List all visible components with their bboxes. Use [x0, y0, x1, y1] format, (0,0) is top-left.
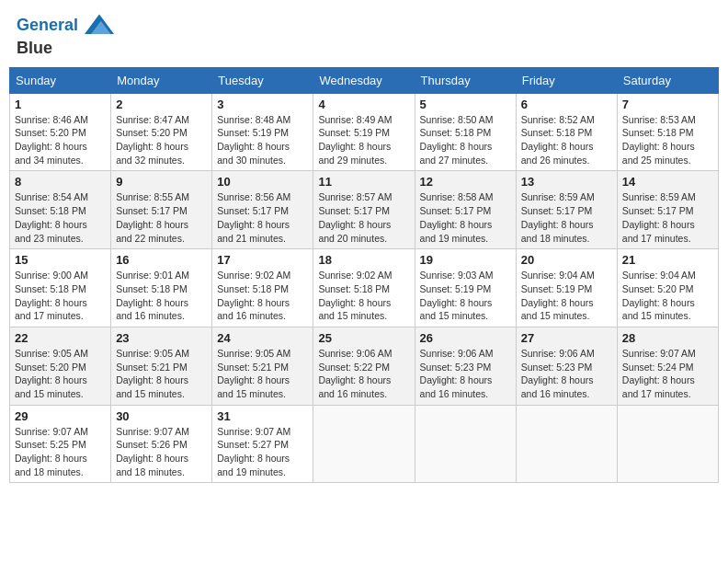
day-number: 11 [318, 175, 409, 189]
logo-text: General [17, 13, 114, 39]
day-number: 13 [521, 175, 612, 189]
day-number: 1 [15, 98, 106, 111]
day-info: Sunrise: 8:50 AMSunset: 5:18 PMDaylight:… [420, 113, 511, 167]
day-info: Sunrise: 9:04 AMSunset: 5:19 PMDaylight:… [521, 269, 612, 323]
weekday-header-wednesday: Wednesday [313, 67, 415, 93]
day-number: 15 [15, 253, 106, 267]
day-number: 7 [622, 98, 713, 111]
weekday-header-thursday: Thursday [415, 67, 516, 93]
weekday-header-friday: Friday [516, 67, 617, 93]
calendar-cell: 3 Sunrise: 8:48 AMSunset: 5:19 PMDayligh… [212, 93, 313, 171]
calendar-cell: 11 Sunrise: 8:57 AMSunset: 5:17 PMDaylig… [313, 171, 415, 249]
day-number: 6 [521, 98, 612, 111]
day-info: Sunrise: 8:57 AMSunset: 5:17 PMDaylight:… [318, 190, 409, 245]
day-number: 9 [116, 175, 207, 189]
day-number: 22 [15, 331, 106, 345]
day-number: 26 [420, 331, 511, 345]
day-info: Sunrise: 9:02 AMSunset: 5:18 PMDaylight:… [217, 269, 308, 323]
day-info: Sunrise: 9:05 AMSunset: 5:21 PMDaylight:… [116, 347, 207, 401]
day-number: 8 [15, 175, 106, 189]
day-info: Sunrise: 8:53 AMSunset: 5:18 PMDaylight:… [622, 113, 713, 167]
weekday-header-monday: Monday [111, 67, 212, 93]
day-info: Sunrise: 8:59 AMSunset: 5:17 PMDaylight:… [622, 190, 713, 245]
day-info: Sunrise: 9:06 AMSunset: 5:23 PMDaylight:… [521, 347, 612, 401]
day-info: Sunrise: 8:48 AMSunset: 5:19 PMDaylight:… [217, 113, 308, 167]
calendar-cell: 28 Sunrise: 9:07 AMSunset: 5:24 PMDaylig… [617, 327, 718, 405]
day-info: Sunrise: 8:58 AMSunset: 5:17 PMDaylight:… [420, 190, 511, 245]
day-info: Sunrise: 9:05 AMSunset: 5:21 PMDaylight:… [217, 347, 308, 401]
calendar-cell: 29 Sunrise: 9:07 AMSunset: 5:25 PMDaylig… [10, 405, 111, 483]
day-number: 20 [521, 253, 612, 267]
day-info: Sunrise: 9:06 AMSunset: 5:22 PMDaylight:… [318, 347, 409, 401]
logo: General Blue [17, 13, 114, 58]
calendar-week-row: 29 Sunrise: 9:07 AMSunset: 5:25 PMDaylig… [10, 405, 719, 483]
calendar-cell [617, 405, 718, 483]
calendar-cell: 15 Sunrise: 9:00 AMSunset: 5:18 PMDaylig… [10, 249, 111, 327]
calendar-cell: 27 Sunrise: 9:06 AMSunset: 5:23 PMDaylig… [516, 327, 617, 405]
day-info: Sunrise: 9:05 AMSunset: 5:20 PMDaylight:… [15, 347, 106, 401]
calendar-cell: 2 Sunrise: 8:47 AMSunset: 5:20 PMDayligh… [111, 93, 212, 171]
calendar-week-row: 1 Sunrise: 8:46 AMSunset: 5:20 PMDayligh… [10, 93, 719, 171]
calendar-cell: 10 Sunrise: 8:56 AMSunset: 5:17 PMDaylig… [212, 171, 313, 249]
calendar-cell: 25 Sunrise: 9:06 AMSunset: 5:22 PMDaylig… [313, 327, 415, 405]
day-number: 4 [318, 98, 409, 111]
logo-subtext: Blue [17, 39, 114, 58]
day-info: Sunrise: 9:07 AMSunset: 5:24 PMDaylight:… [622, 347, 713, 401]
calendar-cell: 7 Sunrise: 8:53 AMSunset: 5:18 PMDayligh… [617, 93, 718, 171]
day-number: 5 [420, 98, 511, 111]
day-number: 31 [217, 409, 308, 423]
calendar-cell: 5 Sunrise: 8:50 AMSunset: 5:18 PMDayligh… [415, 93, 516, 171]
calendar-cell [516, 405, 617, 483]
calendar-week-row: 22 Sunrise: 9:05 AMSunset: 5:20 PMDaylig… [10, 327, 719, 405]
calendar-week-row: 15 Sunrise: 9:00 AMSunset: 5:18 PMDaylig… [10, 249, 719, 327]
calendar-cell: 13 Sunrise: 8:59 AMSunset: 5:17 PMDaylig… [516, 171, 617, 249]
day-info: Sunrise: 9:01 AMSunset: 5:18 PMDaylight:… [116, 269, 207, 323]
day-info: Sunrise: 9:07 AMSunset: 5:27 PMDaylight:… [217, 425, 308, 479]
day-info: Sunrise: 9:04 AMSunset: 5:20 PMDaylight:… [622, 269, 713, 323]
calendar-cell: 21 Sunrise: 9:04 AMSunset: 5:20 PMDaylig… [617, 249, 718, 327]
calendar-cell: 8 Sunrise: 8:54 AMSunset: 5:18 PMDayligh… [10, 171, 111, 249]
day-number: 29 [15, 409, 106, 423]
day-number: 2 [116, 98, 207, 111]
day-info: Sunrise: 9:03 AMSunset: 5:19 PMDaylight:… [420, 269, 511, 323]
calendar-cell: 1 Sunrise: 8:46 AMSunset: 5:20 PMDayligh… [10, 93, 111, 171]
day-info: Sunrise: 9:06 AMSunset: 5:23 PMDaylight:… [420, 347, 511, 401]
calendar-cell [313, 405, 415, 483]
calendar-cell: 23 Sunrise: 9:05 AMSunset: 5:21 PMDaylig… [111, 327, 212, 405]
day-number: 23 [116, 331, 207, 345]
calendar-cell: 18 Sunrise: 9:02 AMSunset: 5:18 PMDaylig… [313, 249, 415, 327]
calendar-cell: 16 Sunrise: 9:01 AMSunset: 5:18 PMDaylig… [111, 249, 212, 327]
day-number: 19 [420, 253, 511, 267]
calendar-cell: 19 Sunrise: 9:03 AMSunset: 5:19 PMDaylig… [415, 249, 516, 327]
calendar-week-row: 8 Sunrise: 8:54 AMSunset: 5:18 PMDayligh… [10, 171, 719, 249]
day-number: 25 [318, 331, 409, 345]
day-info: Sunrise: 8:56 AMSunset: 5:17 PMDaylight:… [217, 190, 308, 245]
calendar-cell: 6 Sunrise: 8:52 AMSunset: 5:18 PMDayligh… [516, 93, 617, 171]
day-number: 10 [217, 175, 308, 189]
calendar-cell: 9 Sunrise: 8:55 AMSunset: 5:17 PMDayligh… [111, 171, 212, 249]
day-number: 28 [622, 331, 713, 345]
calendar-cell: 20 Sunrise: 9:04 AMSunset: 5:19 PMDaylig… [516, 249, 617, 327]
calendar-cell: 4 Sunrise: 8:49 AMSunset: 5:19 PMDayligh… [313, 93, 415, 171]
page-header: General Blue [9, 9, 719, 62]
calendar-cell: 31 Sunrise: 9:07 AMSunset: 5:27 PMDaylig… [212, 405, 313, 483]
day-number: 12 [420, 175, 511, 189]
calendar-cell: 26 Sunrise: 9:06 AMSunset: 5:23 PMDaylig… [415, 327, 516, 405]
day-number: 17 [217, 253, 308, 267]
day-number: 3 [217, 98, 308, 111]
day-info: Sunrise: 9:00 AMSunset: 5:18 PMDaylight:… [15, 269, 106, 323]
calendar-cell: 12 Sunrise: 8:58 AMSunset: 5:17 PMDaylig… [415, 171, 516, 249]
day-info: Sunrise: 8:49 AMSunset: 5:19 PMDaylight:… [318, 113, 409, 167]
weekday-header-tuesday: Tuesday [212, 67, 313, 93]
day-info: Sunrise: 8:47 AMSunset: 5:20 PMDaylight:… [116, 113, 207, 167]
day-info: Sunrise: 9:02 AMSunset: 5:18 PMDaylight:… [318, 269, 409, 323]
day-info: Sunrise: 9:07 AMSunset: 5:25 PMDaylight:… [15, 425, 106, 479]
day-info: Sunrise: 8:46 AMSunset: 5:20 PMDaylight:… [15, 113, 106, 167]
day-number: 16 [116, 253, 207, 267]
day-number: 24 [217, 331, 308, 345]
day-number: 30 [116, 409, 207, 423]
weekday-header-sunday: Sunday [10, 67, 111, 93]
calendar-cell: 17 Sunrise: 9:02 AMSunset: 5:18 PMDaylig… [212, 249, 313, 327]
calendar-cell: 22 Sunrise: 9:05 AMSunset: 5:20 PMDaylig… [10, 327, 111, 405]
calendar-cell [415, 405, 516, 483]
